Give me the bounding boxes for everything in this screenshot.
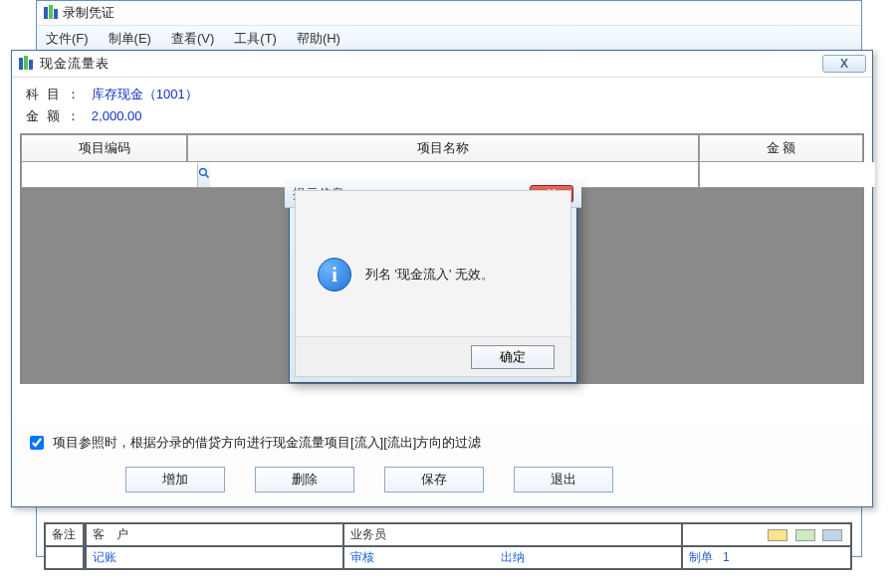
- search-icon: [198, 167, 210, 182]
- dialog-close-button[interactable]: X: [822, 55, 866, 73]
- col-header-code: 项目编码: [21, 134, 187, 162]
- menu-file[interactable]: 文件(F): [43, 29, 92, 49]
- close-icon: X: [840, 57, 848, 71]
- subject-value: 库存现金（1001）: [92, 87, 198, 101]
- svg-rect-3: [19, 58, 23, 70]
- audit-label: 审核 出纳: [343, 546, 682, 569]
- delete-button[interactable]: 删除: [255, 467, 354, 492]
- message-footer: 确定: [296, 336, 570, 376]
- ok-button[interactable]: 确定: [471, 345, 555, 369]
- svg-rect-0: [44, 7, 48, 19]
- operator-label: 业务员: [343, 523, 682, 546]
- stamp-icon[interactable]: [795, 529, 815, 541]
- amount-value: 2,000.00: [92, 108, 142, 123]
- exit-button[interactable]: 退出: [514, 467, 613, 492]
- menubar: 文件(F) 制单(E) 查看(V) 工具(T) 帮助(H): [37, 25, 861, 53]
- add-button[interactable]: 增加: [125, 467, 225, 492]
- menu-make[interactable]: 制单(E): [106, 29, 154, 49]
- customer-label: 客 户: [85, 523, 343, 546]
- stamp-icon[interactable]: [768, 529, 787, 541]
- lookup-button[interactable]: [197, 163, 210, 187]
- svg-rect-1: [49, 5, 53, 19]
- subject-label: 科 目 ：: [26, 87, 82, 101]
- table-row: 备注 客 户 业务员: [45, 523, 851, 546]
- remark-label: 备注: [45, 523, 85, 546]
- message-box: 提示信息 X i 列名 '现金流入' 无效。 确定: [289, 184, 577, 383]
- project-amount-input[interactable]: [700, 162, 875, 187]
- parent-titlebar: 录制凭证: [37, 1, 861, 25]
- post-label: 记账: [85, 546, 343, 569]
- grid-header: 项目编码 项目名称 金 额: [21, 134, 863, 162]
- svg-rect-5: [29, 60, 33, 70]
- maker-label: 制单 1: [682, 546, 851, 569]
- parent-title-text: 录制凭证: [63, 4, 114, 22]
- info-icon: i: [318, 258, 351, 292]
- menu-help[interactable]: 帮助(H): [294, 29, 343, 49]
- dialog-title: 现金流量表: [40, 55, 110, 73]
- table-row: 记账 审核 出纳 制单 1: [45, 546, 851, 569]
- svg-line-7: [206, 175, 209, 178]
- amount-label: 金 额 ：: [26, 108, 82, 123]
- col-header-amount: 金 额: [699, 134, 863, 162]
- svg-rect-2: [54, 9, 58, 19]
- svg-rect-4: [24, 56, 28, 70]
- filter-checkbox-label: 项目参照时，根据分录的借贷方向进行现金流量项目[流入][流出]方向的过滤: [53, 434, 481, 452]
- dialog-titlebar: 现金流量表 X: [12, 51, 872, 78]
- message-text: 列名 '现金流入' 无效。: [365, 266, 494, 284]
- save-button[interactable]: 保存: [384, 467, 484, 492]
- filter-checkbox-row[interactable]: 项目参照时，根据分录的借贷方向进行现金流量项目[流入][流出]方向的过滤: [26, 433, 858, 453]
- col-header-name: 项目名称: [187, 134, 699, 162]
- parent-bottom-grid: 备注 客 户 业务员 记账 审核 出纳 制单 1: [44, 522, 852, 570]
- dialog-info: 科 目 ： 库存现金（1001） 金 额 ： 2,000.00: [12, 78, 872, 129]
- project-code-input[interactable]: [22, 162, 197, 187]
- app-logo-icon: [43, 5, 59, 21]
- menu-tools[interactable]: 工具(T): [231, 29, 280, 49]
- message-body: i 列名 '现金流入' 无效。: [296, 215, 570, 334]
- stamp-icon[interactable]: [822, 529, 842, 541]
- menu-view[interactable]: 查看(V): [168, 29, 217, 49]
- filter-checkbox[interactable]: [30, 436, 44, 450]
- svg-point-6: [200, 169, 207, 176]
- app-logo-icon: [18, 56, 34, 72]
- dialog-footer: 项目参照时，根据分录的借贷方向进行现金流量项目[流入][流出]方向的过滤 增加 …: [12, 423, 872, 506]
